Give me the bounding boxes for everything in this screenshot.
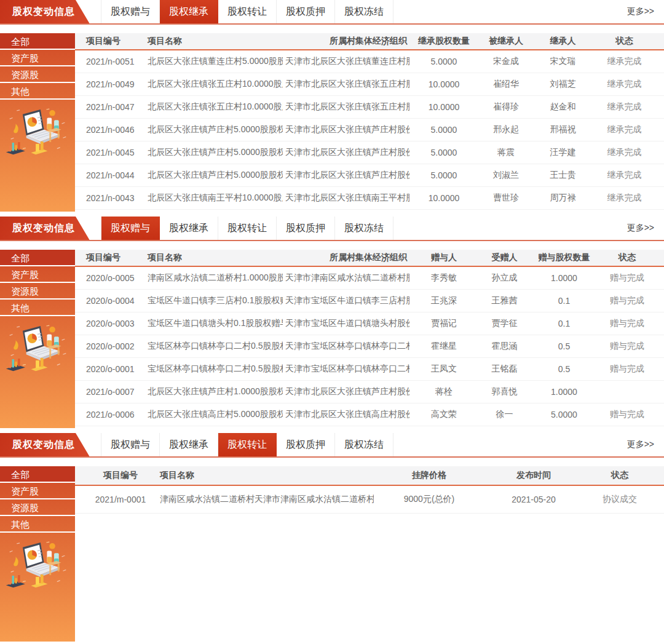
table-cell: 宋金成 xyxy=(478,56,534,67)
table-cell: 徐一 xyxy=(478,409,531,420)
sidebar-item-全部[interactable]: 全部 xyxy=(0,33,75,50)
table-cell: 5.0000 xyxy=(409,125,478,135)
column-header: 赠与人 xyxy=(409,252,478,263)
table-cell: 宝坻区牛道口镇塘头村0.1股股权赠与项目 xyxy=(145,318,283,329)
sidebar-item-其他[interactable]: 其他 xyxy=(0,83,75,100)
table-row[interactable]: 2021/n-0046北辰区大张庄镇芦庄村5.0000股股权继承...天津市北辰… xyxy=(75,119,664,141)
column-header: 项目编号 xyxy=(84,252,145,263)
tabs: 股权赠与股权继承股权转让股权质押股权冻结 xyxy=(101,0,393,23)
table-cell: 继承完成 xyxy=(592,124,657,135)
tab-股权质押[interactable]: 股权质押 xyxy=(277,217,335,240)
tabs: 股权赠与股权继承股权转让股权质押股权冻结 xyxy=(101,217,393,240)
tab-股权赠与[interactable]: 股权赠与 xyxy=(101,0,160,23)
finance-illustration xyxy=(0,322,75,381)
table-row[interactable]: 2021/n-0043北辰区大张庄镇南王平村10.0000股股权继...天津市北… xyxy=(75,187,664,210)
table-row[interactable]: 2020/o-0001宝坻区林亭口镇林亭口二村0.5股股权赠与...天津市宝坻区… xyxy=(75,358,664,381)
equity-section: 股权变动信息 股权赠与股权继承股权转让股权质押股权冻结 更多>> 全部资产股资源… xyxy=(0,217,664,428)
spacer xyxy=(0,25,664,33)
sidebar-item-资源股[interactable]: 资源股 xyxy=(0,283,75,300)
equity-section: 股权变动信息 股权赠与股权继承股权转让股权质押股权冻结 更多>> 全部资产股资源… xyxy=(0,0,664,212)
data-table: 项目编号项目名称挂牌价格发布时间状态 2021/m-0001津南区咸水沽镇二道桥… xyxy=(75,466,664,642)
sidebar-item-其他[interactable]: 其他 xyxy=(0,516,75,533)
table-cell: 北辰区大张庄镇芦庄村1.0000股股权赠与... xyxy=(145,386,283,397)
sidebar-item-全部[interactable]: 全部 xyxy=(0,466,75,483)
tab-股权赠与[interactable]: 股权赠与 xyxy=(101,433,160,456)
tab-股权转让[interactable]: 股权转让 xyxy=(218,433,277,456)
table-cell: 1.0000 xyxy=(531,273,598,283)
finance-illustration xyxy=(0,106,75,165)
table-cell: 北辰区大张庄镇芦庄村5.0000股股权继承... xyxy=(145,170,283,181)
tab-股权转让[interactable]: 股权转让 xyxy=(218,0,277,23)
table-header: 项目编号项目名称挂牌价格发布时间状态 xyxy=(75,466,664,486)
table-cell: 曹世珍 xyxy=(478,193,534,204)
table-cell: 继承完成 xyxy=(592,56,657,67)
column-header: 状态 xyxy=(598,252,657,263)
table-cell: 崔绍华 xyxy=(478,79,534,90)
more-link[interactable]: 更多>> xyxy=(627,223,654,234)
table-cell: 天津市宝坻区林亭口镇林亭口二村... xyxy=(283,364,409,375)
table-row[interactable]: 2021/m-0001津南区咸水沽镇二道桥村天津市津南区咸水沽镇二道桥村股份经.… xyxy=(75,486,664,514)
sidebar-item-资产股[interactable]: 资产股 xyxy=(0,266,75,283)
table-cell: 2020/o-0002 xyxy=(84,341,145,351)
tab-bar: 股权变动信息 股权赠与股权继承股权转让股权质押股权冻结 更多>> xyxy=(0,217,664,241)
table-cell: 5.0000 xyxy=(409,170,478,180)
sun-coin-icon xyxy=(49,543,55,549)
tab-股权质押[interactable]: 股权质押 xyxy=(277,433,335,456)
sun-coin-icon xyxy=(49,110,55,116)
tab-股权继承[interactable]: 股权继承 xyxy=(160,0,218,23)
table-row[interactable]: 2020/o-0002宝坻区林亭口镇林亭口二村0.5股股权赠与...天津市宝坻区… xyxy=(75,335,664,358)
column-header: 继承人 xyxy=(534,36,592,47)
sidebar-item-资源股[interactable]: 资源股 xyxy=(0,499,75,516)
table-cell: 宝坻区牛道口镇李三店村0.1股股权赠与项目 xyxy=(145,295,283,306)
table-cell: 2020/o-0003 xyxy=(84,319,145,328)
table-cell: 2021/m-0001 xyxy=(84,495,157,504)
spacer xyxy=(0,241,664,250)
table-row[interactable]: 2021/n-0047北辰区大张庄镇张五庄村10.0000股股权继...天津市北… xyxy=(75,96,664,119)
sidebar-item-资产股[interactable]: 资产股 xyxy=(0,483,75,499)
table-header: 项目编号项目名称所属村集体经济组织赠与人受赠人赠与股权数量状态 xyxy=(75,250,664,267)
sidebar-item-全部[interactable]: 全部 xyxy=(0,250,75,266)
table-cell: 2021/o-0007 xyxy=(84,387,145,397)
tab-股权冻结[interactable]: 股权冻结 xyxy=(335,217,393,240)
sidebar-item-资源股[interactable]: 资源股 xyxy=(0,66,75,83)
table-row[interactable]: 2021/n-0049北辰区大张庄镇张五庄村10.0000股股权继...天津市北… xyxy=(75,73,664,96)
table-cell: 天津市北辰区大张庄镇高庄村股份... xyxy=(283,409,409,420)
table-row[interactable]: 2021/n-0044北辰区大张庄镇芦庄村5.0000股股权继承...天津市北辰… xyxy=(75,164,664,187)
section-title-banner: 股权变动信息 xyxy=(0,433,92,456)
table-row[interactable]: 2021/n-0051北辰区大张庄镇董连庄村5.0000股股权继...天津市北辰… xyxy=(75,50,664,73)
table-cell: 协议成交 xyxy=(583,494,657,505)
column-header: 赠与股权数量 xyxy=(531,252,598,263)
more-link[interactable]: 更多>> xyxy=(627,439,654,450)
category-sidebar: 全部资产股资源股其他 xyxy=(0,466,75,642)
table-row[interactable]: 2021/n-0045北辰区大张庄镇芦庄村5.0000股股权继承...天津市北辰… xyxy=(75,141,664,164)
bar-chart-icon xyxy=(6,359,25,371)
column-header: 所属村集体经济组织 xyxy=(283,36,409,47)
table-row[interactable]: 2020/o-0003宝坻区牛道口镇塘头村0.1股股权赠与项目天津市宝坻区牛道口… xyxy=(75,312,664,335)
tab-股权继承[interactable]: 股权继承 xyxy=(160,217,218,240)
tab-股权质押[interactable]: 股权质押 xyxy=(277,0,335,23)
table-cell: 5.0000 xyxy=(409,148,478,157)
category-sidebar: 全部资产股资源股其他 xyxy=(0,250,75,428)
column-header: 被继承人 xyxy=(478,36,534,47)
column-header: 状态 xyxy=(583,470,657,481)
flame-icon xyxy=(14,124,18,133)
table-row[interactable]: 2020/o-0004宝坻区牛道口镇李三店村0.1股股权赠与项目天津市宝坻区牛道… xyxy=(75,290,664,312)
more-link[interactable]: 更多>> xyxy=(627,6,654,17)
table-cell: 北辰区大张庄镇董连庄村5.0000股股权继... xyxy=(145,56,283,67)
table-cell: 王兆深 xyxy=(409,295,478,306)
column-header: 项目名称 xyxy=(157,470,374,481)
tab-股权冻结[interactable]: 股权冻结 xyxy=(335,0,393,23)
table-row[interactable]: 2020/o-0005津南区咸水沽镇二道桥村1.0000股股权赠...天津市津南… xyxy=(75,267,664,290)
sidebar-item-资产股[interactable]: 资产股 xyxy=(0,50,75,66)
table-body: 2020/o-0005津南区咸水沽镇二道桥村1.0000股股权赠...天津市津南… xyxy=(75,267,664,426)
tab-股权继承[interactable]: 股权继承 xyxy=(160,433,218,456)
sidebar-item-其他[interactable]: 其他 xyxy=(0,300,75,316)
tab-股权冻结[interactable]: 股权冻结 xyxy=(335,433,393,456)
laptop-charts-illustration xyxy=(5,322,70,379)
table-cell: 天津市北辰区大张庄镇芦庄村股份... xyxy=(283,170,409,181)
table-row[interactable]: 2021/o-0007北辰区大张庄镇芦庄村1.0000股股权赠与...天津市北辰… xyxy=(75,381,664,403)
tab-股权转让[interactable]: 股权转让 xyxy=(218,217,277,240)
table-row[interactable]: 2021/o-0006北辰区大张庄镇高庄村5.0000股股权赠与...天津市北辰… xyxy=(75,403,664,426)
tab-股权赠与[interactable]: 股权赠与 xyxy=(101,217,160,240)
table-cell: 邢永起 xyxy=(478,124,534,135)
